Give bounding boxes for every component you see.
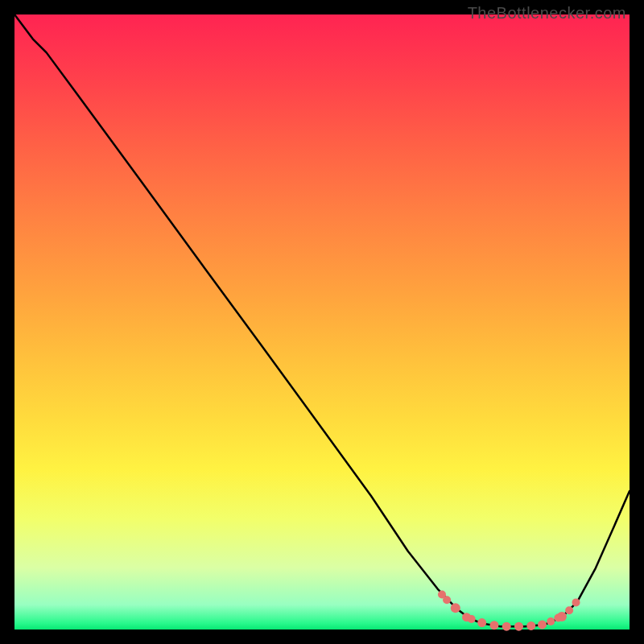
basin-marker-dot (477, 618, 486, 627)
basin-marker-dot (557, 612, 567, 621)
basin-marker-dot (502, 622, 511, 631)
basin-marker-dot (547, 617, 555, 625)
chart-container: TheBottlenecker.com (0, 0, 644, 644)
watermark-text: TheBottlenecker.com (468, 4, 626, 23)
plot-area (14, 14, 630, 630)
basin-marker-dot (443, 596, 451, 604)
basin-marker-dot (451, 603, 460, 613)
basin-marker-dot (572, 598, 580, 606)
basin-marker-dot (468, 615, 476, 623)
basin-marker-dot (526, 621, 535, 630)
basin-marker-dot (538, 620, 547, 629)
bottleneck-curve (14, 14, 630, 626)
curve-svg (14, 14, 630, 630)
basin-marker-dot (489, 621, 498, 630)
basin-markers (438, 590, 580, 630)
basin-marker-dot (514, 622, 523, 631)
basin-marker-dot (565, 606, 573, 614)
